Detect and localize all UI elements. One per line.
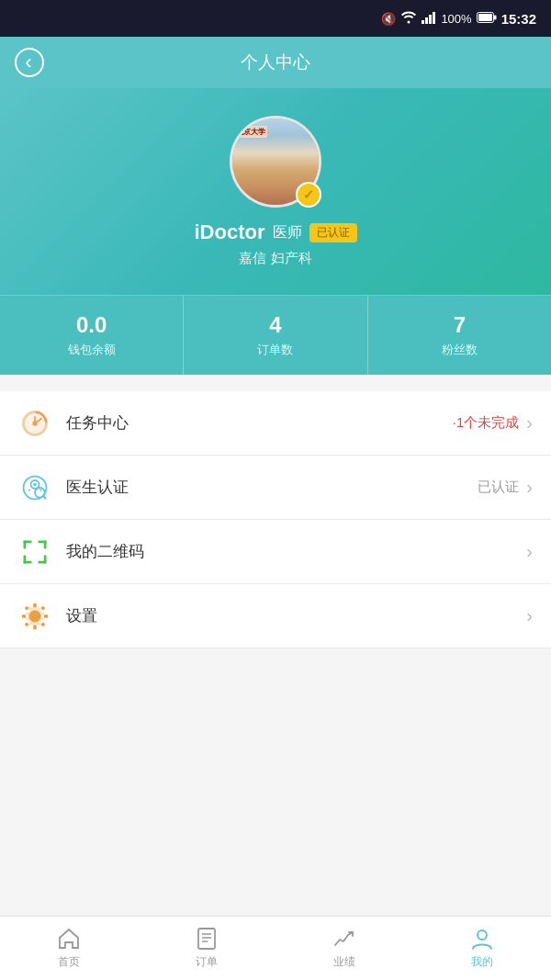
avatar-wrapper	[230, 116, 321, 208]
settings-icon	[18, 600, 51, 633]
menu-task-status: ·1个未完成	[453, 414, 520, 432]
svg-rect-6	[494, 15, 497, 19]
nav-orders-label: 订单	[196, 954, 218, 970]
chevron-icon-doctor: ›	[526, 477, 533, 498]
nav-item-home[interactable]: 首页	[0, 917, 138, 980]
svg-point-41	[478, 930, 487, 940]
svg-rect-3	[433, 12, 435, 24]
nav-item-mine[interactable]: 我的	[413, 917, 551, 980]
stat-orders[interactable]: 4 订单数	[184, 296, 367, 375]
stat-fans-label: 粉丝数	[442, 342, 478, 358]
back-button[interactable]	[15, 48, 44, 77]
menu-item-settings[interactable]: 设置 ›	[0, 584, 551, 648]
stat-orders-value: 4	[269, 312, 281, 338]
menu-qr-label: 我的二维码	[66, 541, 523, 562]
menu-qr-right: ›	[523, 541, 533, 562]
menu-item-doctor[interactable]: 医生认证 已认证 ›	[0, 456, 551, 520]
profile-hospital: 嘉信 妇产科	[239, 250, 311, 267]
stat-fans[interactable]: 7 粉丝数	[368, 296, 551, 375]
stat-fans-value: 7	[454, 312, 466, 338]
orders-icon	[195, 927, 219, 951]
svg-point-13	[33, 482, 37, 486]
svg-rect-37	[198, 929, 215, 949]
nav-item-perf[interactable]: 业绩	[276, 917, 413, 980]
doctor-icon	[18, 471, 51, 504]
verified-badge-label: 已认证	[309, 223, 357, 242]
menu-settings-label: 设置	[66, 605, 523, 626]
mine-icon	[470, 927, 494, 951]
home-icon	[57, 927, 81, 951]
stat-wallet[interactable]: 0.0 钱包余额	[0, 296, 184, 375]
svg-rect-34	[25, 622, 29, 626]
svg-rect-33	[40, 605, 45, 610]
mute-icon: 🔇	[381, 12, 396, 26]
nav-mine-label: 我的	[471, 954, 493, 970]
profile-section: iDoctor 医师 已认证 嘉信 妇产科	[0, 88, 551, 295]
svg-rect-25	[44, 555, 47, 563]
svg-rect-5	[478, 14, 492, 21]
menu-task-label: 任务中心	[66, 412, 453, 434]
status-bar: 🔇 100% 15:32	[0, 0, 551, 37]
svg-line-15	[39, 489, 41, 490]
header: 个人中心	[0, 37, 551, 88]
battery-label: 100%	[441, 12, 471, 26]
menu-task-right: ·1个未完成 ›	[453, 412, 533, 434]
chevron-icon-task: ›	[526, 412, 533, 434]
svg-line-17	[43, 496, 45, 498]
signal-icon	[422, 11, 436, 27]
profile-name-row: iDoctor 医师 已认证	[195, 220, 357, 244]
menu-item-task[interactable]: 任务中心 ·1个未完成 ›	[0, 391, 551, 456]
wifi-icon	[400, 11, 417, 27]
nav-perf-label: 业绩	[333, 954, 355, 970]
menu-doctor-label: 医生认证	[66, 477, 478, 498]
svg-rect-19	[24, 540, 27, 548]
svg-rect-31	[44, 614, 48, 618]
qr-icon	[18, 535, 51, 569]
nav-item-orders[interactable]: 订单	[138, 917, 276, 980]
svg-rect-30	[22, 614, 26, 618]
chevron-icon-settings: ›	[526, 605, 533, 626]
menu-doctor-right: 已认证 ›	[478, 477, 533, 498]
menu-list: 任务中心 ·1个未完成 › 医生认证 已认证 ›	[0, 391, 551, 648]
svg-rect-1	[425, 17, 428, 24]
svg-rect-23	[24, 555, 27, 563]
verified-badge-icon	[296, 182, 321, 208]
profile-role: 医师	[273, 223, 302, 242]
svg-rect-21	[44, 540, 47, 548]
menu-settings-right: ›	[523, 605, 533, 626]
status-icons: 🔇 100% 15:32	[381, 11, 536, 27]
svg-rect-32	[25, 605, 29, 610]
menu-doctor-status: 已认证	[478, 479, 519, 496]
bottom-nav: 首页 订单 业绩 我的	[0, 916, 551, 980]
nav-home-label: 首页	[58, 954, 80, 970]
perf-icon	[332, 927, 356, 951]
profile-name: iDoctor	[195, 220, 265, 244]
menu-item-qr[interactable]: 我的二维码 ›	[0, 520, 551, 584]
svg-rect-29	[33, 625, 37, 628]
stats-row: 0.0 钱包余额 4 订单数 7 粉丝数	[0, 295, 551, 375]
svg-rect-28	[33, 603, 37, 606]
svg-rect-35	[40, 622, 45, 626]
svg-line-14	[28, 489, 30, 490]
chevron-icon-qr: ›	[526, 541, 533, 562]
stat-wallet-value: 0.0	[76, 312, 107, 338]
header-title: 个人中心	[241, 51, 310, 74]
stat-orders-label: 订单数	[257, 342, 293, 358]
svg-rect-2	[429, 15, 432, 24]
svg-rect-0	[422, 20, 424, 24]
time-display: 15:32	[501, 11, 536, 27]
battery-icon	[477, 12, 497, 26]
task-icon	[18, 407, 51, 440]
stat-wallet-label: 钱包余额	[68, 342, 116, 358]
